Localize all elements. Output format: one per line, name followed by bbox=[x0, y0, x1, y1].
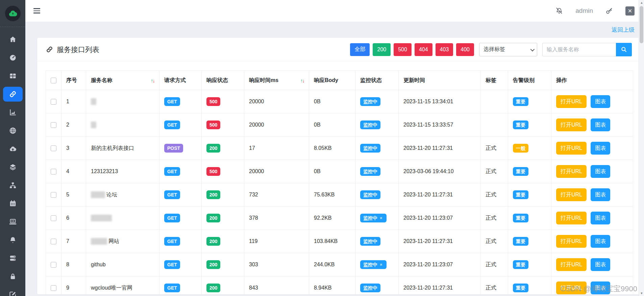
chart-button[interactable]: 图表 bbox=[591, 235, 610, 248]
chart-button[interactable]: 图表 bbox=[591, 142, 610, 155]
cell-actions: 打开URL 图表 bbox=[551, 160, 633, 183]
search-button[interactable] bbox=[616, 43, 632, 56]
cell-tag: 正式 bbox=[481, 230, 508, 253]
cell-response-body: 8.94KB bbox=[309, 276, 355, 295]
user-name[interactable]: admin bbox=[575, 7, 593, 15]
row-checkbox[interactable] bbox=[51, 215, 56, 221]
open-url-button[interactable]: 打开URL bbox=[556, 95, 587, 108]
monitor-badge: 监控中 bbox=[360, 97, 380, 106]
cell-response-time: 843 bbox=[244, 276, 309, 295]
sidebar-item-bell[interactable] bbox=[0, 231, 25, 249]
chart-button[interactable]: 图表 bbox=[591, 258, 610, 271]
column-header: 操作 bbox=[551, 71, 633, 90]
service-table: 序号服务名称↑↓请求方式响应状态响应时间ms↑↓响应Body监控状态更新时间标签… bbox=[46, 71, 633, 294]
filter-403-button[interactable]: 403 bbox=[436, 43, 453, 56]
cell-service-name bbox=[86, 113, 159, 137]
cell-actions: 打开URL 图表 bbox=[551, 90, 633, 113]
level-badge: 重要 bbox=[513, 97, 528, 106]
open-url-button[interactable]: 打开URL bbox=[556, 235, 587, 248]
cell-tag: 正式 bbox=[481, 137, 508, 160]
search-icon bbox=[620, 46, 627, 53]
cell-response-body: 8.05KB bbox=[309, 137, 355, 160]
cell-updated: 2023-11-20 11:23:07 bbox=[399, 253, 481, 276]
open-url-button[interactable]: 打开URL bbox=[556, 258, 587, 271]
table-row: 8 github GET 200 303 244.0KB 监控中 2023-11… bbox=[46, 253, 633, 276]
menu-toggle-icon[interactable] bbox=[33, 8, 40, 14]
level-badge: 重要 bbox=[513, 190, 528, 199]
sidebar-nav bbox=[0, 27, 25, 296]
row-checkbox[interactable] bbox=[51, 262, 56, 268]
table-row: 4 123123213 GET 500 20000 0B 监控中 2023-03… bbox=[46, 160, 633, 183]
cell-seq: 3 bbox=[61, 137, 86, 160]
cell-service-name: 论坛 bbox=[86, 183, 159, 207]
row-checkbox[interactable] bbox=[51, 169, 56, 174]
chart-button[interactable]: 图表 bbox=[591, 212, 610, 224]
column-header: 服务名称↑↓ bbox=[86, 71, 159, 90]
filter-404-button[interactable]: 404 bbox=[415, 43, 432, 56]
select-all-checkbox[interactable] bbox=[51, 78, 56, 83]
cell-actions: 打开URL 图表 bbox=[551, 207, 633, 230]
monitor-badge: 监控中 bbox=[360, 237, 380, 246]
redacted-text bbox=[91, 122, 96, 128]
row-checkbox[interactable] bbox=[51, 192, 56, 198]
row-checkbox[interactable] bbox=[51, 285, 56, 291]
sort-arrows[interactable]: ↑↓ bbox=[300, 78, 304, 83]
grid-icon bbox=[9, 72, 17, 80]
cell-response-time: 303 bbox=[244, 253, 309, 276]
back-to-parent-link[interactable]: 返回上级 bbox=[612, 26, 635, 34]
sidebar-item-sitemap[interactable] bbox=[0, 176, 25, 194]
chart-button[interactable]: 图表 bbox=[591, 118, 610, 131]
filter-200-button[interactable]: 200 bbox=[373, 43, 391, 56]
tag-select[interactable]: 选择标签 bbox=[479, 43, 537, 56]
row-checkbox[interactable] bbox=[51, 99, 56, 105]
chart-button[interactable]: 图表 bbox=[591, 281, 610, 294]
sidebar-item-dashboard[interactable] bbox=[0, 49, 25, 67]
chart-button[interactable]: 图表 bbox=[591, 165, 610, 178]
filter-500-button[interactable]: 500 bbox=[394, 43, 412, 56]
sort-arrows[interactable]: ↑↓ bbox=[151, 78, 154, 83]
sidebar-item-link[interactable] bbox=[0, 85, 25, 103]
open-url-button[interactable]: 打开URL bbox=[556, 142, 587, 155]
scrollbar-thumb[interactable] bbox=[640, 6, 643, 43]
cell-response-time: 732 bbox=[244, 183, 309, 207]
filter-all-button[interactable]: 全部 bbox=[350, 43, 370, 56]
sidebar-item-globe[interactable] bbox=[0, 122, 25, 140]
open-url-button[interactable]: 打开URL bbox=[556, 212, 587, 224]
open-url-button[interactable]: 打开URL bbox=[556, 281, 587, 294]
link-title-icon bbox=[46, 46, 53, 53]
status-badge: 500 bbox=[206, 120, 220, 129]
sidebar-item-edit[interactable] bbox=[0, 286, 25, 296]
sidebar-item-grid[interactable] bbox=[0, 67, 25, 85]
row-checkbox[interactable] bbox=[51, 122, 56, 128]
bell-slash-icon[interactable] bbox=[555, 7, 563, 15]
cell-actions: 打开URL 图表 bbox=[551, 230, 633, 253]
sidebar-item-server[interactable] bbox=[0, 249, 25, 267]
cell-response-time: 20000 bbox=[244, 113, 309, 137]
table-row: 2 GET 500 20000 0B 监控中 2023-11-15 13:33:… bbox=[46, 113, 633, 137]
key-icon[interactable] bbox=[605, 7, 613, 15]
sidebar-item-layers[interactable] bbox=[0, 158, 25, 176]
open-url-button[interactable]: 打开URL bbox=[556, 165, 587, 178]
sidebar-item-laptop-code[interactable] bbox=[0, 213, 25, 231]
sidebar-item-calendar[interactable] bbox=[0, 194, 25, 213]
sitemap-icon bbox=[9, 181, 17, 189]
row-checkbox[interactable] bbox=[51, 239, 56, 244]
cell-service-name: 网站 bbox=[86, 230, 159, 253]
logout-button[interactable]: ✕ bbox=[625, 6, 635, 16]
sidebar-item-lock[interactable] bbox=[0, 267, 25, 286]
chart-button[interactable]: 图表 bbox=[591, 188, 610, 201]
search-input[interactable] bbox=[542, 43, 616, 56]
sidebar-item-home[interactable] bbox=[0, 30, 25, 49]
scroll-up-arrow[interactable]: ▲ bbox=[639, 1, 644, 4]
open-url-button[interactable]: 打开URL bbox=[556, 188, 587, 201]
open-url-button[interactable]: 打开URL bbox=[556, 118, 587, 131]
scroll-down-arrow[interactable]: ▼ bbox=[639, 292, 644, 295]
sidebar-item-cloud-upload[interactable] bbox=[0, 140, 25, 158]
row-checkbox[interactable] bbox=[51, 145, 56, 151]
column-header: 响应时间ms↑↓ bbox=[244, 71, 309, 90]
page-scrollbar[interactable]: ▲ ▼ bbox=[639, 0, 644, 296]
filter-400-button[interactable]: 400 bbox=[456, 43, 474, 56]
sidebar-item-chart[interactable] bbox=[0, 103, 25, 122]
chart-button[interactable]: 图表 bbox=[591, 95, 610, 108]
column-header: 更新时间 bbox=[399, 71, 481, 90]
